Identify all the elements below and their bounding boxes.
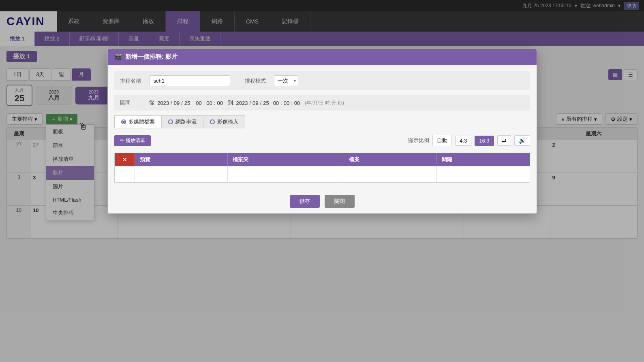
modal-header: 🎬 新增一個排程: 影片 — [108, 49, 537, 65]
aspect-auto[interactable]: 自動 — [432, 135, 452, 146]
shuffle-button[interactable]: ⇄ — [497, 135, 511, 146]
modal-title-icon: 🎬 — [114, 53, 122, 61]
cell-file — [344, 166, 437, 183]
volume-button[interactable]: 🔊 — [514, 135, 530, 146]
cell-folder — [227, 166, 344, 183]
cell-empty — [114, 166, 135, 183]
schedule-name-input[interactable] — [149, 75, 230, 86]
col-remove: ✕ — [114, 153, 135, 166]
col-preview: 預覽 — [135, 153, 227, 166]
tab-multimedia-label: 多媒體檔案 — [128, 118, 155, 126]
schedule-name-label: 排程名稱 — [120, 77, 144, 85]
from-year: 2023 — [157, 100, 169, 106]
save-button[interactable]: 儲存 — [290, 195, 320, 208]
to-sec: 00 — [294, 100, 300, 106]
aspect-16-9[interactable]: 16:9 — [475, 136, 494, 146]
close-button[interactable]: 關閉 — [325, 195, 355, 208]
table-row — [114, 166, 530, 183]
datetime-format-label: (年/月/日 時:分:秒) — [305, 100, 344, 106]
source-radio-tabs: 多媒體檔案 網路串流 影像輸入 — [114, 115, 530, 128]
schedule-mode-label: 排程模式 — [245, 77, 269, 85]
to-hour: 00 — [273, 100, 279, 106]
volume-icon: 🔊 — [519, 137, 526, 144]
tab-video-input[interactable]: 影像輸入 — [203, 115, 245, 128]
cell-interval — [437, 166, 530, 183]
playlist-button[interactable]: ✏ 播放清單 — [114, 135, 151, 146]
modal-title: 新增一個排程: 影片 — [125, 53, 178, 61]
from-hour: 00 — [196, 100, 201, 106]
schedule-mode-select[interactable]: 一次 每天 每週 — [274, 75, 298, 86]
modal-footer: 儲存 關閉 — [108, 189, 537, 213]
to-day: 25 — [263, 100, 269, 106]
from-month: 09 — [174, 100, 180, 106]
from-field: 從: 2023 / 09 / 25 00 : 00 : 00 — [149, 99, 223, 106]
modal-overlay: 🎬 新增一個排程: 影片 排程名稱 排程模式 一次 每天 每週 ▾ — [0, 0, 644, 362]
shuffle-icon: ⇄ — [502, 137, 507, 144]
schedule-table: ✕ 預覽 檔案夾 檔案 間隔 — [114, 153, 530, 183]
col-file: 檔案 — [344, 153, 437, 166]
radio-dot-multimedia — [121, 119, 126, 124]
period-row: 區間 從: 2023 / 09 / 25 00 : 00 : 00 到: — [114, 95, 530, 111]
from-day: 25 — [184, 100, 190, 106]
to-month: 09 — [252, 100, 258, 106]
to-label: 到: — [228, 99, 235, 106]
tab-multimedia[interactable]: 多媒體檔案 — [114, 115, 161, 128]
from-sec: 00 — [217, 100, 223, 106]
from-min: 00 — [206, 100, 212, 106]
aspect-4-3[interactable]: 4:3 — [455, 136, 471, 146]
tab-network-label: 網路串流 — [175, 118, 197, 126]
tab-network-stream[interactable]: 網路串流 — [161, 115, 203, 128]
col-folder: 檔案夾 — [227, 153, 344, 166]
cell-preview — [135, 166, 227, 183]
from-label: 從: — [149, 99, 156, 106]
aspect-label: 顯示比例 — [408, 137, 429, 144]
col-interval: 間隔 — [437, 153, 530, 166]
to-year: 2023 — [236, 100, 248, 106]
to-field: 到: 2023 / 09 / 25 00 : 00 : 00 — [228, 99, 300, 106]
period-label: 區間 — [120, 99, 144, 106]
pencil-icon: ✏ — [120, 138, 124, 143]
tab-video-input-label: 影像輸入 — [217, 118, 238, 126]
radio-dot-network — [168, 119, 173, 124]
modal-add-schedule: 🎬 新增一個排程: 影片 排程名稱 排程模式 一次 每天 每週 ▾ — [107, 49, 537, 214]
to-min: 00 — [284, 100, 289, 106]
schedule-mode-select-wrapper: 一次 每天 每週 ▾ — [274, 75, 298, 86]
schedule-name-row: 排程名稱 排程模式 一次 每天 每週 ▾ — [114, 71, 530, 90]
modal-body: 排程名稱 排程模式 一次 每天 每週 ▾ 區間 從: 2023 — [108, 65, 537, 189]
playlist-aspect-row: ✏ 播放清單 顯示比例 自動 4:3 16:9 ⇄ 🔊 — [114, 132, 530, 149]
playlist-btn-label: 播放清單 — [126, 137, 145, 144]
remove-icon: ✕ — [122, 157, 127, 163]
radio-dot-video — [210, 119, 215, 124]
